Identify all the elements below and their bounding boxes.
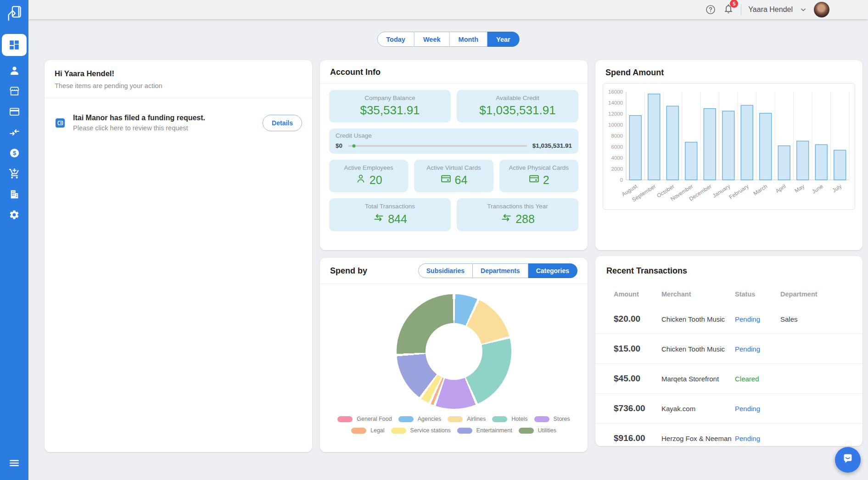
transactions-this-year-value: 288 bbox=[515, 212, 535, 226]
topbar: 5 Yaara Hendel bbox=[28, 0, 868, 19]
transaction-row[interactable]: $15.00Chicken Tooth MusicPending bbox=[595, 334, 862, 364]
legend-item-entertainment[interactable]: Entertainment bbox=[457, 427, 512, 434]
credit-usage-max: $1,035,531.91 bbox=[532, 142, 572, 149]
user-name[interactable]: Yaara Hendel bbox=[748, 6, 793, 14]
credit-usage-tile: Credit Usage $0 $1,035,531.91 bbox=[329, 128, 578, 154]
user-avatar[interactable] bbox=[814, 2, 829, 17]
transfer-arrows-icon bbox=[373, 212, 385, 226]
credit-usage-dot[interactable] bbox=[353, 144, 356, 147]
active-virtual-cards-label: Active Virtual Cards bbox=[418, 164, 489, 171]
transaction-row[interactable]: $916.00Herzog Fox & NeemanPending bbox=[595, 424, 862, 446]
account-info-title: Account Info bbox=[330, 67, 381, 77]
spend-by-card: Spend by SubsidiariesDepartmentsCategori… bbox=[320, 258, 588, 452]
legend-item-airlines[interactable]: Airlines bbox=[448, 416, 486, 422]
account-info-card: Account Info Company Balance $35,531.91 … bbox=[320, 60, 588, 250]
active-employees-tile: Active Employees 20 bbox=[329, 160, 408, 192]
svg-text:14000: 14000 bbox=[608, 100, 623, 106]
legend-item-legal[interactable]: Legal bbox=[351, 427, 385, 434]
sidebar-item-settings[interactable] bbox=[0, 208, 28, 221]
tab-year[interactable]: Year bbox=[487, 32, 520, 47]
recent-transactions-card: Recent Transactions AmountMerchantStatus… bbox=[595, 256, 862, 446]
tab-today[interactable]: Today bbox=[377, 32, 414, 47]
spend-by-tabs: SubsidiariesDepartmentsCategories bbox=[418, 263, 577, 278]
bell-icon bbox=[723, 8, 734, 16]
active-virtual-cards-value: 64 bbox=[455, 173, 468, 187]
app-logo[interactable] bbox=[0, 0, 28, 28]
legend-swatch bbox=[391, 428, 406, 434]
transaction-row[interactable]: $20.00Chicken Tooth MusicPendingSales bbox=[595, 304, 862, 334]
transaction-amount: $15.00 bbox=[614, 344, 661, 354]
legend-item-general-food[interactable]: General Food bbox=[337, 416, 392, 422]
legend-label: Agencies bbox=[418, 416, 441, 422]
spend-by-tab-subsidiaries[interactable]: Subsidiaries bbox=[418, 263, 473, 278]
svg-text:4000: 4000 bbox=[611, 155, 623, 161]
total-transactions-label: Total Transactions bbox=[333, 203, 447, 210]
transaction-row[interactable]: $45.00Marqeta StorefrontCleared bbox=[595, 364, 862, 394]
spend-by-tab-categories[interactable]: Categories bbox=[528, 263, 577, 278]
spend-by-tab-departments[interactable]: Departments bbox=[473, 263, 528, 278]
transaction-amount: $20.00 bbox=[614, 314, 661, 324]
topbar-divider bbox=[741, 4, 741, 15]
chevron-down-icon[interactable] bbox=[800, 6, 807, 13]
legend-item-stores[interactable]: Stores bbox=[534, 416, 570, 422]
legend-item-utilities[interactable]: Utilities bbox=[519, 427, 556, 434]
transaction-merchant: Kayak.com bbox=[661, 405, 735, 413]
active-employees-value: 20 bbox=[370, 173, 382, 187]
available-credit-label: Available Credit bbox=[460, 95, 575, 101]
total-transactions-tile: Total Transactions 844 bbox=[329, 198, 451, 231]
transactions-body: $20.00Chicken Tooth MusicPendingSales$15… bbox=[595, 304, 862, 446]
credit-usage-min: $0 bbox=[336, 142, 342, 149]
svg-text:July: July bbox=[831, 183, 843, 194]
sidebar-item-funding[interactable]: $ bbox=[0, 146, 28, 159]
donut-legend: General FoodAgenciesAirlinesHotelsStores… bbox=[333, 416, 575, 434]
pending-request-row[interactable]: Itai Manor has filed a funding request. … bbox=[45, 98, 312, 132]
legend-swatch bbox=[398, 416, 414, 422]
help-icon[interactable] bbox=[705, 4, 716, 15]
tab-week[interactable]: Week bbox=[414, 32, 450, 47]
sidebar-nav: $ bbox=[0, 34, 28, 221]
active-virtual-cards-tile: Active Virtual Cards 64 bbox=[414, 160, 493, 192]
hamburger-icon bbox=[8, 463, 20, 470]
time-range-tabs: TodayWeekMonthYear bbox=[377, 32, 519, 47]
spend-by-title: Spend by bbox=[330, 266, 367, 276]
sidebar-menu-toggle[interactable] bbox=[8, 457, 20, 471]
transaction-merchant: Chicken Tooth Music bbox=[661, 345, 735, 353]
legend-item-agencies[interactable]: Agencies bbox=[398, 416, 441, 422]
active-physical-cards-label: Active Physical Cards bbox=[503, 164, 575, 171]
cart-plus-icon bbox=[9, 168, 20, 179]
svg-text:June: June bbox=[811, 183, 824, 195]
sidebar-item-company[interactable] bbox=[0, 188, 28, 201]
sidebar-item-purchases[interactable] bbox=[0, 167, 28, 180]
notifications-button[interactable]: 5 bbox=[723, 3, 734, 16]
tab-month[interactable]: Month bbox=[450, 32, 487, 47]
company-balance-tile: Company Balance $35,531.91 bbox=[329, 90, 451, 123]
transaction-amount: $45.00 bbox=[614, 374, 661, 384]
active-employees-label: Active Employees bbox=[333, 164, 404, 171]
credit-usage-slider[interactable] bbox=[348, 145, 527, 147]
sidebar-item-cards[interactable] bbox=[0, 105, 28, 118]
spend-by-donut-chart bbox=[397, 294, 511, 409]
sidebar-item-merchants[interactable] bbox=[0, 84, 28, 97]
sidebar-item-transfers[interactable] bbox=[0, 126, 28, 139]
request-subtitle-link[interactable]: Please click here to review this request bbox=[73, 124, 256, 132]
sidebar-item-employees[interactable] bbox=[0, 64, 28, 77]
credit-usage-label: Credit Usage bbox=[336, 132, 572, 139]
gear-icon bbox=[9, 209, 20, 220]
details-button[interactable]: Details bbox=[263, 115, 302, 131]
svg-text:$: $ bbox=[12, 150, 16, 156]
svg-text:0: 0 bbox=[620, 177, 623, 183]
transactions-this-year-tile: Transactions this Year 288 bbox=[457, 198, 578, 231]
svg-text:8000: 8000 bbox=[611, 133, 623, 139]
chat-launcher-button[interactable] bbox=[835, 447, 861, 473]
available-credit-tile: Available Credit $1,035,531.91 bbox=[457, 90, 578, 123]
transaction-status: Cleared bbox=[735, 375, 780, 383]
sidebar-item-dashboard[interactable] bbox=[2, 34, 27, 56]
bar-chart-svg: 0200040006000800010000120001400016000Aug… bbox=[604, 87, 855, 209]
svg-text:May: May bbox=[794, 183, 806, 194]
spend-amount-card: Spend Amount 020004000600080001000012000… bbox=[595, 60, 862, 250]
legend-item-service-stations[interactable]: Service stations bbox=[391, 427, 451, 434]
transaction-row[interactable]: $736.00Kayak.comPending bbox=[595, 394, 862, 424]
legend-item-hotels[interactable]: Hotels bbox=[492, 416, 527, 422]
grid-icon bbox=[8, 39, 20, 51]
notification-badge: 5 bbox=[730, 0, 738, 8]
